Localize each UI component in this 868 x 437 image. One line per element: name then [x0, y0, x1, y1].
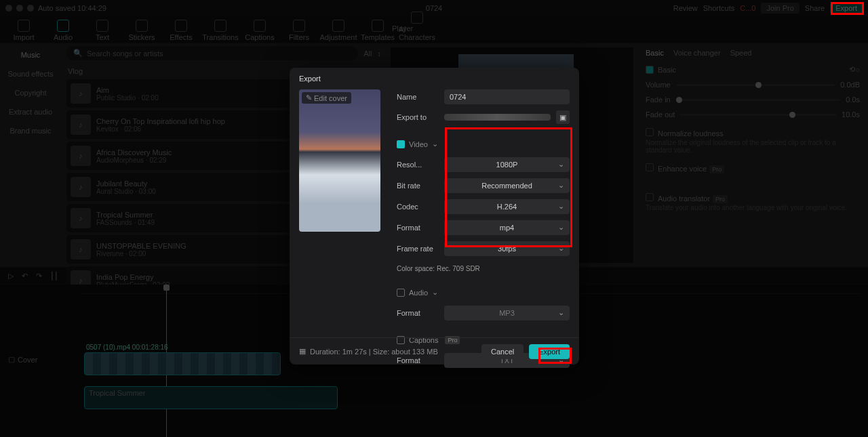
track-sub: Public Studio · 02:00: [96, 94, 159, 102]
tab-speed[interactable]: Speed: [730, 49, 752, 57]
track-thumb: ♪: [71, 239, 91, 259]
export-button-top[interactable]: Export: [830, 3, 863, 14]
colorspace-label: Color space: Rec. 709 SDR: [397, 265, 570, 272]
cat-sound-effects[interactable]: Sound effects: [3, 66, 58, 81]
tool-adjustment[interactable]: Adjustment: [323, 20, 354, 41]
audio-heading: Audio: [409, 289, 428, 297]
tool-effects[interactable]: Effects: [165, 20, 197, 41]
cover-preview[interactable]: ✎Edit cover: [299, 89, 380, 232]
track-thumb: ♪: [71, 115, 91, 135]
format-select[interactable]: mp4: [444, 220, 570, 235]
edit-cover-button[interactable]: ✎Edit cover: [302, 92, 351, 104]
volume-value: 0.0dB: [840, 81, 860, 89]
redo-icon[interactable]: ↷: [36, 272, 42, 280]
tool-stickers[interactable]: Stickers: [126, 20, 157, 41]
split-icon[interactable]: ⎮⎮: [50, 272, 58, 280]
cat-extract-audio[interactable]: Extract audio: [3, 104, 58, 119]
search-icon: 🔍: [73, 49, 83, 58]
track-sub: FASSounds · 01:49: [96, 219, 155, 226]
bitrate-select[interactable]: Recommended: [444, 178, 570, 193]
cat-brand-music[interactable]: Brand music: [3, 123, 58, 138]
shortcuts-button[interactable]: Shortcuts: [703, 4, 734, 12]
track-title: Africa Discovery Music: [96, 148, 172, 157]
basic-section: Basic: [658, 66, 676, 74]
review-button[interactable]: Review: [673, 4, 698, 12]
tool-text[interactable]: Text: [87, 20, 118, 41]
filmstrip-icon: ▦: [299, 347, 306, 356]
audio-categories: Music Sound effects Copyright Extract au…: [0, 43, 61, 267]
track-title: Aim: [96, 86, 159, 94]
tool-transitions[interactable]: Transitions: [205, 20, 236, 41]
cat-copyright[interactable]: Copyright: [3, 85, 58, 100]
export-button[interactable]: Export: [529, 344, 570, 359]
folder-icon[interactable]: ▣: [556, 110, 570, 124]
track-title: India Pop Energy: [96, 273, 170, 281]
fadein-label: Fade in: [646, 96, 671, 104]
pencil-icon: ✎: [306, 93, 312, 102]
chevron-down-icon[interactable]: ⌄: [432, 140, 438, 148]
search-input[interactable]: [87, 49, 351, 58]
track-thumb: ♪: [71, 208, 91, 228]
name-label: Name: [397, 93, 439, 101]
reset-icon[interactable]: ⟲: [849, 65, 855, 74]
track-sub: Aural Studio · 03:00: [96, 188, 156, 195]
all-filter[interactable]: All: [363, 49, 372, 58]
track-title: Tropical Summer: [96, 211, 155, 219]
video-heading: Video: [409, 140, 428, 148]
cancel-button[interactable]: Cancel: [481, 344, 524, 359]
traffic-lights[interactable]: [5, 5, 34, 12]
fadein-slider[interactable]: [676, 99, 841, 101]
audio-clip[interactable]: Tropical Summer: [84, 386, 338, 409]
normalize-label[interactable]: Normalize loudness: [658, 129, 724, 138]
track-sub: AudioMorpheus · 02:29: [96, 157, 172, 164]
sort-icon[interactable]: ↕: [378, 49, 382, 58]
track-thumb: ♪: [71, 177, 91, 197]
chevron-down-icon[interactable]: ⌄: [432, 288, 438, 297]
track-thumb: ♪: [71, 83, 91, 104]
framerate-select[interactable]: 30fps: [444, 241, 570, 256]
video-clip[interactable]: 0507 (10).mp4 00:01:28:16: [84, 352, 281, 375]
enhance-label[interactable]: Enhance voice: [658, 165, 707, 173]
credits-badge[interactable]: C...0: [740, 4, 755, 12]
share-button[interactable]: Share: [805, 4, 825, 12]
fadeout-slider[interactable]: [680, 114, 836, 116]
track-title: UNSTOPPABLE EVENING: [96, 242, 186, 250]
fadeout-value: 10.0s: [842, 110, 860, 119]
search-box[interactable]: 🔍: [66, 46, 358, 60]
fadeout-label: Fade out: [646, 110, 675, 119]
cover-label[interactable]: ▢Cover: [8, 355, 37, 364]
project-name: 0724: [426, 4, 442, 12]
fadein-value: 0.0s: [846, 96, 860, 104]
volume-slider[interactable]: [676, 84, 835, 86]
name-input[interactable]: 0724: [444, 89, 570, 104]
translator-label[interactable]: Audio translator: [658, 194, 710, 203]
track-title: Jubilant Beauty: [96, 180, 156, 188]
join-pro-button[interactable]: Join Pro: [761, 3, 799, 14]
autosave-label: Auto saved 10:44:29: [38, 4, 106, 12]
cat-music[interactable]: Music: [3, 47, 58, 62]
tool-captions[interactable]: Captions: [244, 20, 275, 41]
tool-import[interactable]: Import: [8, 20, 39, 41]
cursor-tool-icon[interactable]: ▷: [8, 272, 14, 280]
export-info: Duration: 1m 27s | Size: about 133 MB: [310, 348, 438, 356]
tool-row: Import Audio Text Stickers Effects Trans…: [0, 16, 868, 43]
exportto-input[interactable]: [444, 114, 551, 121]
video-checkbox[interactable]: [397, 140, 405, 148]
player-panel-title: Player: [392, 24, 413, 33]
audio-format-select[interactable]: MP3: [444, 306, 570, 320]
track-thumb: ♪: [71, 146, 91, 166]
resolution-select[interactable]: 1080P: [444, 157, 570, 172]
codec-select[interactable]: H.264: [444, 199, 570, 214]
inspector: Basic Voice changer Speed Basic⟲○ Volume…: [637, 43, 868, 267]
audio-checkbox[interactable]: [397, 289, 405, 297]
revert-icon[interactable]: ○: [855, 66, 860, 74]
tab-voice-changer[interactable]: Voice changer: [673, 49, 721, 57]
tool-filters[interactable]: Filters: [283, 20, 315, 41]
tool-audio[interactable]: Audio: [47, 20, 79, 41]
undo-icon[interactable]: ↶: [22, 272, 28, 280]
export-modal: Export ✎Edit cover Name0724 Export to▣ V…: [290, 68, 579, 365]
track-sub: Kevitox · 02:06: [96, 125, 225, 133]
exportto-label: Export to: [397, 113, 439, 121]
tab-basic[interactable]: Basic: [646, 49, 664, 57]
tool-templates[interactable]: Templates: [362, 20, 393, 41]
